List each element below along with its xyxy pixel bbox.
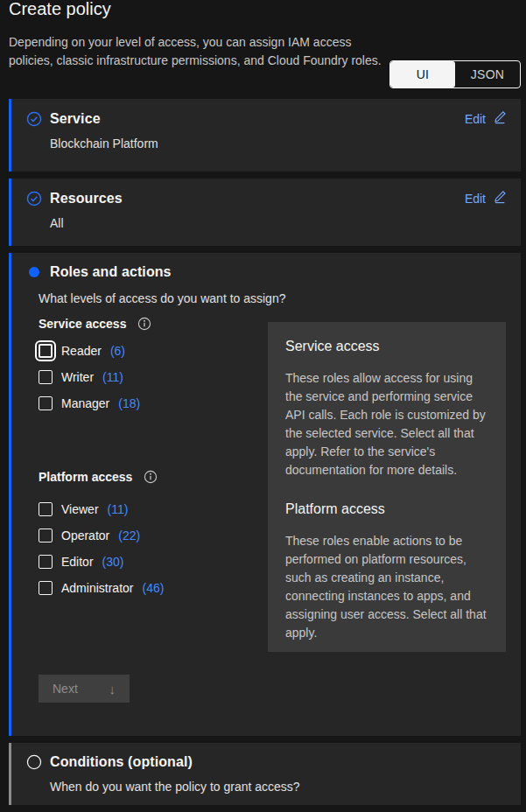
step-title-service: Service: [50, 111, 457, 127]
help-heading-platform-access: Platform access: [285, 501, 488, 517]
checkbox-count: (30): [102, 555, 124, 569]
checkbox-editor[interactable]: [39, 555, 53, 569]
next-button[interactable]: Next ↓: [39, 675, 130, 703]
view-switcher-json-button[interactable]: JSON: [455, 61, 520, 88]
checkbox-administrator[interactable]: [39, 581, 53, 595]
step-title-conditions: Conditions (optional): [50, 754, 507, 770]
help-body-platform-access: These roles enable actions to be perform…: [285, 532, 488, 642]
checkbox-row-viewer[interactable]: Viewer (11): [39, 499, 128, 520]
checkbox-row-operator[interactable]: Operator (22): [39, 525, 140, 546]
platform-access-label: Platform access: [39, 470, 132, 484]
checkbox-row-reader[interactable]: Reader (6): [39, 340, 125, 361]
checkbox-count: (46): [142, 581, 164, 595]
step-value-resources: All: [50, 215, 507, 231]
page-title: Create policy: [9, 0, 111, 21]
step-card-resources: Resources Edit All: [9, 178, 521, 246]
access-help-panel: Service access These roles allow access …: [268, 322, 506, 652]
checkbox-row-administrator[interactable]: Administrator (46): [39, 578, 164, 598]
checkbox-reader[interactable]: [39, 344, 53, 358]
view-switcher-ui-button[interactable]: UI: [390, 61, 455, 88]
info-icon[interactable]: [144, 470, 158, 484]
edit-resources-label: Edit: [465, 192, 486, 206]
arrow-down-icon: ↓: [109, 682, 116, 696]
help-heading-service-access: Service access: [285, 339, 488, 354]
view-switcher: UI JSON: [389, 60, 521, 88]
checkbox-count: (18): [118, 396, 140, 410]
edit-service-link[interactable]: Edit: [465, 110, 507, 127]
checkbox-operator[interactable]: [39, 528, 53, 542]
checkbox-label: Administrator: [61, 581, 133, 595]
step-complete-check-icon: [26, 191, 42, 206]
checkbox-manager[interactable]: [39, 396, 53, 410]
checkbox-viewer[interactable]: [39, 502, 53, 516]
checkbox-label: Reader: [61, 344, 102, 358]
page-description: Depending on your level of access, you c…: [9, 33, 387, 70]
checkbox-label: Manager: [61, 396, 109, 410]
checkbox-count: (11): [102, 370, 123, 384]
checkbox-row-writer[interactable]: Writer (11): [39, 367, 123, 388]
checkbox-label: Viewer: [61, 502, 99, 516]
step-title-roles: Roles and actions: [50, 264, 507, 280]
checkbox-count: (11): [108, 502, 129, 516]
step-card-conditions: Conditions (optional) When do you want t…: [9, 743, 521, 805]
edit-service-label: Edit: [465, 112, 486, 126]
step-current-dot-icon: [29, 267, 39, 277]
checkbox-label: Writer: [61, 370, 94, 384]
roles-question: What levels of access do you want to ass…: [39, 291, 285, 305]
service-access-label: Service access: [39, 317, 126, 331]
edit-resources-link[interactable]: Edit: [465, 190, 507, 206]
step-card-roles-and-actions: Roles and actions What levels of access …: [9, 253, 521, 736]
edit-pencil-icon: [493, 190, 507, 206]
step-title-resources: Resources: [50, 191, 457, 206]
edit-pencil-icon: [493, 110, 507, 127]
checkbox-count: (22): [118, 528, 140, 542]
step-card-service: Service Edit Blockchain Platform: [9, 99, 521, 172]
next-button-label: Next: [53, 682, 78, 696]
conditions-question: When do you want the policy to grant acc…: [50, 779, 507, 794]
checkbox-row-editor[interactable]: Editor (30): [39, 551, 123, 572]
checkbox-count: (6): [110, 344, 125, 358]
checkbox-writer[interactable]: [39, 370, 53, 384]
info-icon[interactable]: [137, 317, 151, 331]
step-incomplete-circle-icon: [26, 754, 42, 770]
step-complete-check-icon: [26, 111, 42, 127]
help-body-service-access: These roles allow access for using the s…: [285, 369, 488, 480]
step-value-service: Blockchain Platform: [50, 136, 507, 151]
checkbox-label: Operator: [61, 528, 109, 542]
checkbox-label: Editor: [61, 555, 94, 569]
checkbox-row-manager[interactable]: Manager (18): [39, 393, 140, 414]
